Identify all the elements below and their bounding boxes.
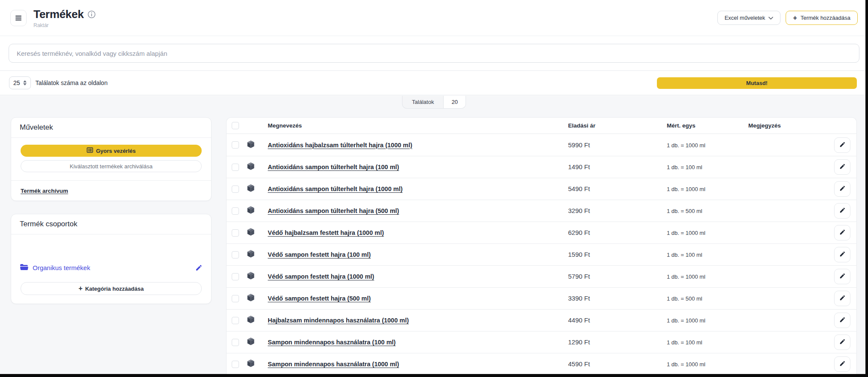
package-cube-icon: [246, 271, 255, 282]
quick-control-button[interactable]: Gyors vezérlés: [21, 145, 202, 157]
product-name-link[interactable]: Védő sampon festett hajra (500 ml): [268, 295, 371, 302]
product-unit: 1 db. = 1000 ml: [667, 274, 705, 280]
plus-icon: +: [793, 15, 797, 21]
package-cube-icon: [246, 315, 255, 326]
pencil-icon: [839, 338, 846, 346]
edit-product-button[interactable]: [834, 247, 850, 262]
product-name-link[interactable]: Sampon mindennapos használatra (100 ml): [268, 339, 396, 346]
column-header-name: Megnevezés: [268, 122, 568, 129]
row-checkbox[interactable]: [232, 185, 239, 193]
product-name-link[interactable]: Antioxidáns sampon túlterhelt hajra (500…: [268, 207, 399, 214]
pencil-icon: [839, 251, 846, 258]
package-cube-icon: [246, 293, 255, 304]
edit-product-button[interactable]: [834, 181, 850, 197]
edit-product-button[interactable]: [834, 269, 850, 284]
operations-panel: Műveletek Gyors vezérlés Kiválasztott te…: [11, 117, 212, 201]
breadcrumb: Raktár: [33, 22, 96, 28]
archive-selected-button[interactable]: Kiválasztott termékek archiválása: [21, 160, 202, 172]
window-edge-bottom: [0, 374, 868, 377]
product-price: 3390 Ft: [568, 295, 590, 302]
product-name-link[interactable]: Sampon mindennapos használatra (1000 ml): [268, 361, 399, 368]
row-checkbox[interactable]: [232, 295, 239, 302]
pencil-icon: [839, 229, 846, 237]
table-header-row: Megnevezés Eladási ár Mért. egys Megjegy…: [227, 118, 856, 134]
product-name-link[interactable]: Védő sampon festett hajra (1000 ml): [268, 273, 374, 280]
operations-panel-title: Műveletek: [11, 118, 211, 138]
pencil-icon: [839, 141, 846, 149]
product-price: 4590 Ft: [568, 360, 590, 368]
table-row: Antioxidáns sampon túlterhelt hajra (100…: [227, 156, 856, 178]
select-arrows-icon: [23, 80, 27, 85]
row-checkbox[interactable]: [232, 141, 239, 149]
package-cube-icon: [246, 337, 255, 348]
show-results-button[interactable]: Mutasd!: [657, 77, 857, 89]
hamburger-icon: [15, 15, 22, 21]
product-unit: 1 db. = 1000 ml: [667, 186, 705, 192]
product-unit: 1 db. = 100 ml: [667, 164, 702, 170]
product-unit: 1 db. = 1000 ml: [667, 230, 705, 236]
product-name-link[interactable]: Hajbalzsam mindennapos használatra (1000…: [268, 317, 409, 324]
edit-product-button[interactable]: [834, 137, 850, 153]
edit-product-button[interactable]: [834, 203, 850, 219]
edit-product-button[interactable]: [834, 313, 850, 328]
category-link[interactable]: Organikus termékek: [20, 264, 90, 272]
product-unit: 1 db. = 1000 ml: [667, 317, 705, 324]
row-checkbox[interactable]: [232, 361, 239, 368]
row-checkbox[interactable]: [232, 164, 239, 171]
pencil-icon: [839, 316, 846, 324]
edit-product-button[interactable]: [834, 159, 850, 175]
table-row: Hajbalzsam mindennapos használatra (1000…: [227, 309, 856, 331]
product-name-link[interactable]: Védő sampon festett hajra (100 ml): [268, 251, 371, 258]
row-checkbox[interactable]: [232, 273, 239, 280]
row-checkbox[interactable]: [232, 339, 239, 346]
sidebar: Műveletek Gyors vezérlés Kiválasztott te…: [11, 117, 212, 304]
table-row: Sampon mindennapos használatra (100 ml) …: [227, 331, 856, 353]
product-price: 1490 Ft: [568, 163, 590, 170]
package-cube-icon: [246, 359, 255, 370]
row-checkbox[interactable]: [232, 317, 239, 324]
edit-product-button[interactable]: [834, 225, 850, 240]
product-price: 5490 Ft: [568, 185, 590, 192]
row-checkbox[interactable]: [232, 229, 239, 237]
plus-icon: +: [79, 285, 82, 292]
excel-operations-button[interactable]: Excel műveletek: [717, 11, 781, 25]
category-edit-pencil-icon[interactable]: [195, 264, 203, 271]
package-cube-icon: [246, 227, 255, 238]
add-category-button[interactable]: + Kategória hozzáadása: [21, 282, 202, 295]
product-name-link[interactable]: Antioxidáns sampon túlterhelt hajra (100…: [268, 164, 399, 170]
product-name-link[interactable]: Antioxidáns sampon túlterhelt hajra (100…: [268, 185, 402, 192]
pencil-icon: [839, 185, 846, 193]
edit-product-button[interactable]: [834, 356, 850, 372]
pencil-icon: [839, 360, 846, 368]
product-name-link[interactable]: Antioxidáns hajbalzsam túlterhelt hajra …: [268, 142, 412, 149]
add-product-button[interactable]: + Termék hozzáadása: [786, 11, 858, 25]
row-checkbox[interactable]: [232, 207, 239, 215]
product-unit: 1 db. = 1000 ml: [667, 361, 705, 368]
category-row: Organikus termékek: [11, 264, 211, 272]
info-icon[interactable]: [88, 10, 96, 18]
page-size-select[interactable]: 25: [9, 76, 31, 89]
main-content: Találatok 20 Műveletek Gyors vezérlés Ki…: [0, 96, 868, 377]
pencil-icon: [839, 163, 846, 171]
select-all-checkbox[interactable]: [232, 122, 239, 129]
row-checkbox[interactable]: [232, 251, 239, 258]
product-price: 1290 Ft: [568, 338, 590, 346]
product-unit: 1 db. = 1000 ml: [667, 142, 705, 149]
results-tab: Találatok 20: [402, 96, 466, 109]
hamburger-menu-button[interactable]: [10, 10, 27, 26]
window-edge-right: [865, 0, 868, 377]
package-cube-icon: [246, 183, 255, 195]
package-cube-icon: [246, 140, 255, 151]
table-row: Védő sampon festett hajra (500 ml) 3390 …: [227, 287, 856, 309]
product-archive-link[interactable]: Termék archívum: [21, 188, 68, 194]
edit-product-button[interactable]: [834, 334, 850, 350]
product-unit: 1 db. = 100 ml: [667, 252, 702, 258]
package-cube-icon: [246, 249, 255, 260]
product-price: 6290 Ft: [568, 229, 590, 236]
controls-row: 25 Találatok száma az oldalon Mutasd!: [0, 71, 868, 95]
search-section: [0, 36, 868, 71]
edit-product-button[interactable]: [834, 291, 850, 306]
search-input[interactable]: [9, 44, 859, 63]
product-name-link[interactable]: Védő hajbalzsam festett hajra (1000 ml): [268, 229, 384, 236]
column-header-unit: Mért. egys: [667, 122, 748, 129]
